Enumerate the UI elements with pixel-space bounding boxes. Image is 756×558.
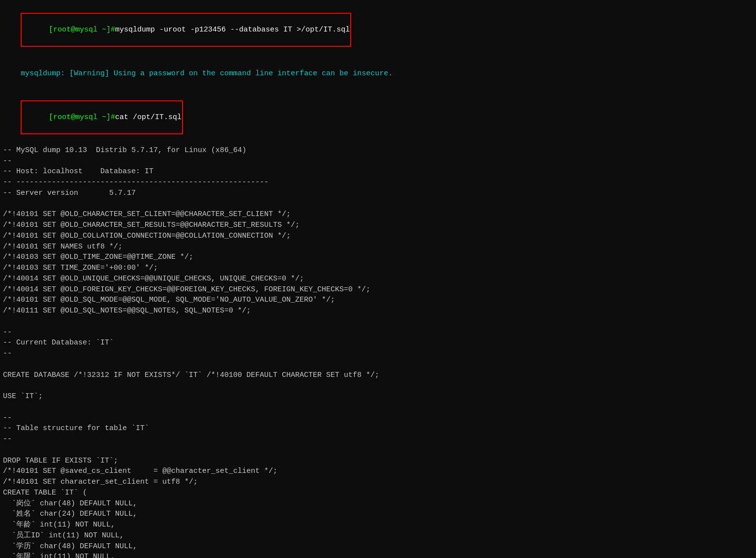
blank-1 — [3, 199, 753, 210]
command-box-1: [root@mysql ~]#mysqldump -uroot -p123456… — [21, 13, 351, 47]
sql-set-2: /*!40101 SET @OLD_CHARACTER_SET_RESULTS=… — [3, 220, 753, 231]
sql-create-db: CREATE DATABASE /*!32312 IF NOT EXISTS*/… — [3, 370, 753, 381]
sql-set-5: /*!40103 SET @OLD_TIME_ZONE=@@TIME_ZONE … — [3, 252, 753, 263]
sql-comment-c1: -- — [3, 327, 753, 338]
blank-6 — [3, 445, 753, 456]
warning-line: mysqldump: [Warning] Using a password on… — [3, 58, 753, 90]
sql-set-client: /*!40101 SET character_set_client = utf8… — [3, 477, 753, 488]
sql-col-gangwei: `岗位` char(48) DEFAULT NULL, — [3, 498, 753, 509]
sql-comment-t2: -- — [3, 434, 753, 445]
blank-5 — [3, 402, 753, 413]
sql-comment-db: -- Current Database: `IT` — [3, 338, 753, 348]
blank-4 — [3, 380, 753, 391]
sql-set-1: /*!40101 SET @OLD_CHARACTER_SET_CLIENT=@… — [3, 209, 753, 220]
sql-drop: DROP TABLE IF EXISTS `IT`; — [3, 456, 753, 466]
sql-comment-dump: -- MySQL dump 10.13 Distrib 5.7.17, for … — [3, 145, 753, 156]
blank-3 — [3, 359, 753, 370]
sql-set-7: /*!40014 SET @OLD_UNIQUE_CHECKS=@@UNIQUE… — [3, 274, 753, 284]
blank-2 — [3, 316, 753, 327]
sql-comment-blank1: -- — [3, 156, 753, 167]
sql-set-4: /*!40101 SET NAMES utf8 */; — [3, 242, 753, 252]
sql-col-nianling: `年龄` int(11) NOT NULL, — [3, 520, 753, 530]
sql-comment-host: -- Host: localhost Database: IT — [3, 166, 753, 177]
sql-saved-client: /*!40101 SET @saved_cs_client = @@charac… — [3, 466, 753, 477]
sql-set-9: /*!40101 SET @OLD_SQL_MODE=@@SQL_MODE, S… — [3, 295, 753, 306]
command-line-2: [root@mysql ~]#cat /opt/IT.sql — [3, 90, 753, 145]
sql-set-6: /*!40103 SET TIME_ZONE='+00:00' */; — [3, 263, 753, 274]
sql-set-3: /*!40101 SET @OLD_COLLATION_CONNECTION=@… — [3, 231, 753, 242]
sql-col-nianxian: `年限` int(11) NOT NULL, — [3, 552, 753, 558]
prompt-2: [root@mysql ~]# — [49, 113, 115, 122]
sql-use: USE `IT`; — [3, 391, 753, 402]
sql-comment-ver: -- Server version 5.7.17 — [3, 188, 753, 199]
terminal-window: [root@mysql ~]#mysqldump -uroot -p123456… — [0, 0, 756, 558]
cmd-2: cat /opt/IT.sql — [115, 113, 181, 122]
sql-comment-c2: -- — [3, 348, 753, 359]
sql-col-xingming: `姓名` char(24) DEFAULT NULL, — [3, 509, 753, 520]
sql-comment-sep: -- -------------------------------------… — [3, 177, 753, 188]
command-box-2: [root@mysql ~]#cat /opt/IT.sql — [21, 100, 183, 134]
sql-set-10: /*!40111 SET @OLD_SQL_NOTES=@@SQL_NOTES,… — [3, 306, 753, 316]
command-line-1: [root@mysql ~]#mysqldump -uroot -p123456… — [3, 2, 753, 58]
warning-text: mysqldump: [Warning] Using a password on… — [21, 69, 393, 78]
sql-comment-t1: -- — [3, 413, 753, 424]
cmd-1: mysqldump -uroot -p123456 --databases IT… — [115, 26, 350, 34]
sql-set-8: /*!40014 SET @OLD_FOREIGN_KEY_CHECKS=@@F… — [3, 284, 753, 295]
sql-col-yuangongid: `员工ID` int(11) NOT NULL, — [3, 530, 753, 541]
sql-col-xueli: `学历` char(48) DEFAULT NULL, — [3, 541, 753, 552]
sql-create-table: CREATE TABLE `IT` ( — [3, 488, 753, 498]
prompt-1: [root@mysql ~]# — [49, 26, 115, 34]
sql-comment-table: -- Table structure for table `IT` — [3, 423, 753, 434]
